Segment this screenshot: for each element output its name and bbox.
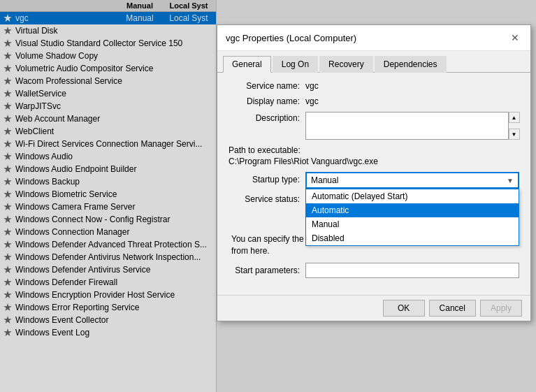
description-row: Description: ▲ ▼ [229, 112, 519, 140]
display-name-value: vgc [305, 96, 319, 106]
dialog-title: vgc Properties (Local Computer) [226, 33, 356, 43]
path-row: Path to executable: C:\Program Files\Rio… [229, 145, 519, 166]
option-manual[interactable]: Manual [306, 217, 519, 231]
tab-dependencies[interactable]: Dependencies [375, 56, 447, 73]
service-name-value: vgc [305, 81, 319, 91]
description-label: Description: [229, 112, 305, 123]
startup-type-dropdown[interactable]: Manual ▼ Automatic (Delayed Start) Autom… [305, 172, 519, 189]
service-name-label: Service name: [229, 81, 305, 91]
description-field[interactable] [305, 112, 519, 140]
ok-button[interactable]: OK [383, 300, 425, 317]
close-button[interactable]: ✕ [508, 31, 522, 45]
tab-recovery[interactable]: Recovery [319, 56, 373, 73]
scroll-down-arrow[interactable]: ▼ [509, 129, 520, 140]
tab-bar: General Log On Recovery Dependencies [217, 51, 530, 73]
service-name-row: Service name: vgc [229, 81, 519, 91]
start-params-input[interactable] [305, 263, 519, 278]
description-scrollbar: ▲ ▼ [508, 112, 519, 140]
option-disabled[interactable]: Disabled [306, 231, 519, 245]
option-automatic[interactable]: Automatic [306, 203, 519, 217]
display-name-label: Display name: [229, 96, 305, 106]
service-status-label: Service status: [229, 194, 305, 204]
startup-type-row: Startup type: Manual ▼ Automatic (Delaye… [229, 172, 519, 189]
start-params-row: Start parameters: [229, 263, 519, 278]
dropdown-arrow-icon: ▼ [507, 177, 514, 184]
display-name-row: Display name: vgc [229, 96, 519, 106]
startup-type-selected-text: Manual [311, 175, 338, 185]
properties-dialog: vgc Properties (Local Computer) ✕ Genera… [217, 24, 531, 321]
dialog-actions: OK Cancel Apply [217, 295, 530, 321]
tab-general[interactable]: General [223, 56, 271, 73]
startup-type-label: Startup type: [229, 172, 305, 184]
startup-type-selected[interactable]: Manual ▼ [305, 172, 519, 189]
path-value: C:\Program Files\Riot Vanguard\vgc.exe [229, 157, 519, 166]
tab-logon[interactable]: Log On [273, 56, 318, 73]
dialog-titlebar: vgc Properties (Local Computer) ✕ [217, 25, 530, 51]
option-auto-delayed[interactable]: Automatic (Delayed Start) [306, 189, 519, 203]
path-label: Path to executable: [229, 145, 519, 155]
description-box: ▲ ▼ [305, 112, 519, 140]
cancel-button[interactable]: Cancel [429, 300, 476, 317]
start-params-label: Start parameters: [229, 266, 305, 275]
dialog-content: Service name: vgc Display name: vgc Desc… [217, 73, 530, 295]
apply-button[interactable]: Apply [480, 300, 522, 317]
startup-dropdown-list: Automatic (Delayed Start) Automatic Manu… [305, 189, 519, 246]
scroll-up-arrow[interactable]: ▲ [509, 112, 520, 123]
